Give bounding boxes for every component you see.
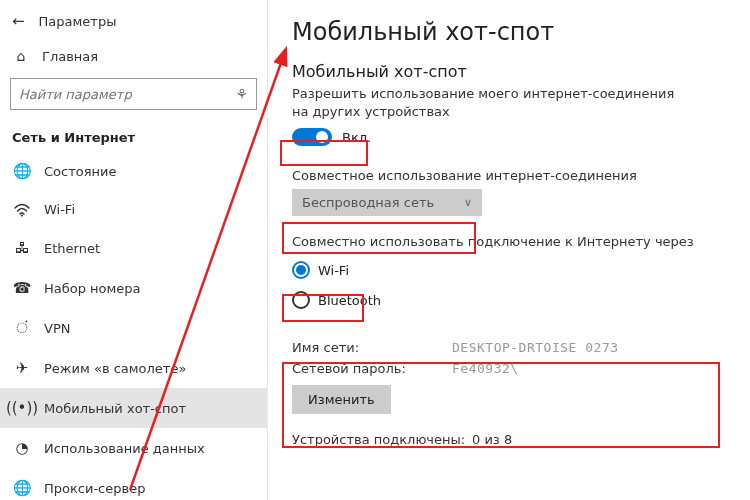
search-box[interactable]: ⚘ (10, 78, 257, 110)
share-connection-label: Совместное использование интернет-соедин… (292, 168, 726, 183)
network-info-block: Имя сети: DESKTOP-DRTOISE 0273 Сетевой п… (292, 329, 726, 418)
sidebar-item-label: Wi-Fi (44, 202, 75, 217)
dialup-icon: ☎ (12, 279, 32, 297)
sidebar-item-label: Режим «в самолете» (44, 361, 186, 376)
ethernet-icon: 🖧 (12, 239, 32, 257)
proxy-icon: 🌐 (12, 479, 32, 497)
hotspot-toggle-label: Вкл. (342, 130, 371, 145)
radio-wifi[interactable]: Wi-Fi (292, 255, 726, 285)
window-title: Параметры (39, 14, 117, 29)
sidebar-item-dialup[interactable]: ☎ Набор номера (0, 268, 267, 308)
sidebar-item-label: Прокси-сервер (44, 481, 145, 496)
page-title: Мобильный хот-спот (292, 18, 726, 46)
devices-connected-row: Устройства подключены: 0 из 8 (292, 432, 726, 447)
hotspot-toggle[interactable] (292, 128, 332, 146)
sidebar-item-ethernet[interactable]: 🖧 Ethernet (0, 228, 267, 268)
content-area: Мобильный хот-спот Мобильный хот-спот Ра… (268, 0, 750, 500)
search-icon: ⚘ (235, 86, 248, 102)
network-name-row: Имя сети: DESKTOP-DRTOISE 0273 (292, 337, 726, 358)
status-icon: 🌐 (12, 162, 32, 180)
chevron-down-icon: ∨ (464, 196, 472, 209)
sidebar-section-title: Сеть и Интернет (0, 120, 267, 151)
vpn-icon: ं (12, 319, 32, 337)
network-password-value: Fe40932\ (452, 361, 519, 376)
hotspot-toggle-row: Вкл. (292, 128, 726, 146)
sidebar-item-vpn[interactable]: ं VPN (0, 308, 267, 348)
sidebar-item-airplane[interactable]: ✈ Режим «в самолете» (0, 348, 267, 388)
sidebar-item-label: Состояние (44, 164, 116, 179)
hotspot-icon: ((•)) (12, 399, 32, 417)
back-arrow-icon[interactable]: ← (12, 12, 25, 30)
radio-icon (292, 261, 310, 279)
sidebar-item-label: Набор номера (44, 281, 141, 296)
change-button[interactable]: Изменить (292, 385, 391, 414)
network-password-label: Сетевой пароль: (292, 361, 452, 376)
select-value: Беспроводная сеть (302, 195, 434, 210)
titlebar: ← Параметры (0, 8, 267, 40)
network-name-value: DESKTOP-DRTOISE 0273 (452, 340, 619, 355)
hotspot-subtitle: Мобильный хот-спот (292, 62, 726, 81)
sidebar-item-label: VPN (44, 321, 70, 336)
search-input[interactable] (19, 87, 235, 102)
sidebar-item-proxy[interactable]: 🌐 Прокси-сервер (0, 468, 267, 500)
share-via-label: Совместно использовать подключение к Инт… (292, 234, 726, 249)
sidebar: ← Параметры ⌂ Главная ⚘ Сеть и Интернет … (0, 0, 268, 500)
sidebar-nav: 🌐 Состояние Wi-Fi 🖧 Ethernet ☎ Набор ном… (0, 151, 267, 500)
share-connection-select[interactable]: Беспроводная сеть ∨ (292, 189, 482, 216)
radio-label: Bluetooth (318, 293, 381, 308)
sidebar-item-label: Использование данных (44, 441, 205, 456)
toggle-knob (316, 131, 328, 143)
data-usage-icon: ◔ (12, 439, 32, 457)
sidebar-item-label: Ethernet (44, 241, 100, 256)
sidebar-home[interactable]: ⌂ Главная (0, 40, 267, 72)
wifi-icon (12, 203, 32, 217)
devices-connected-value: 0 из 8 (472, 432, 512, 447)
network-name-label: Имя сети: (292, 340, 452, 355)
devices-connected-label: Устройства подключены: (292, 432, 472, 447)
sidebar-item-hotspot[interactable]: ((•)) Мобильный хот-спот (0, 388, 267, 428)
sidebar-home-label: Главная (42, 49, 98, 64)
search-container: ⚘ (0, 72, 267, 120)
radio-bluetooth[interactable]: Bluetooth (292, 285, 726, 315)
sidebar-item-status[interactable]: 🌐 Состояние (0, 151, 267, 191)
radio-label: Wi-Fi (318, 263, 349, 278)
sidebar-item-data-usage[interactable]: ◔ Использование данных (0, 428, 267, 468)
hotspot-description: Разрешить использование моего интернет-с… (292, 85, 692, 120)
share-via-radio-group: Wi-Fi Bluetooth (292, 255, 726, 315)
sidebar-item-wifi[interactable]: Wi-Fi (0, 191, 267, 228)
sidebar-item-label: Мобильный хот-спот (44, 401, 186, 416)
svg-point-0 (21, 214, 23, 216)
airplane-icon: ✈ (12, 359, 32, 377)
radio-icon (292, 291, 310, 309)
network-password-row: Сетевой пароль: Fe40932\ (292, 358, 726, 379)
home-icon: ⌂ (12, 48, 30, 64)
